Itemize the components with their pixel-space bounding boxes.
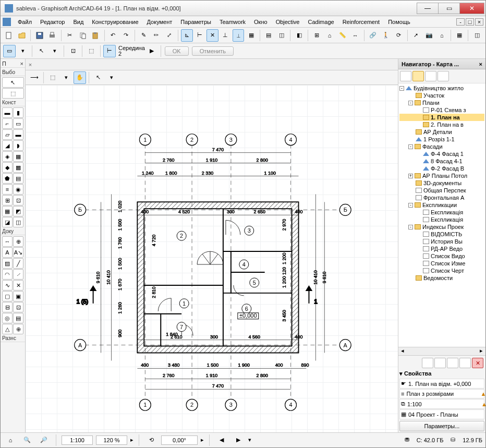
print-button[interactable] xyxy=(46,29,58,42)
grid-tool[interactable]: ⊕ xyxy=(13,324,23,334)
slab-tool[interactable]: ▱ xyxy=(2,129,13,140)
menu-objective[interactable]: Objective xyxy=(272,18,303,26)
maximize-button[interactable]: ▭ xyxy=(438,3,460,14)
anchor-icon[interactable]: ⊡ xyxy=(67,45,79,57)
vt-2[interactable]: ⬚ xyxy=(46,71,59,84)
zoom-all-icon[interactable]: ⌂ xyxy=(4,434,17,446)
paste-button[interactable] xyxy=(90,29,102,42)
change-tool[interactable]: △ xyxy=(2,324,13,334)
tree-item[interactable]: Ведомости xyxy=(399,274,484,282)
snap-mid-button[interactable]: ⊢ xyxy=(194,29,206,42)
menu-view[interactable]: Вид xyxy=(69,18,87,26)
text-tool[interactable]: A xyxy=(2,247,13,258)
level-tool[interactable]: ⊕ xyxy=(13,236,23,247)
arrow-icon[interactable]: ➚ xyxy=(410,29,422,42)
zoom-input[interactable] xyxy=(96,435,127,445)
palette-button[interactable]: ▦ xyxy=(454,29,466,42)
tree-item[interactable]: 8 Фасад 4-1 xyxy=(399,158,484,165)
view-button[interactable]: ◫ xyxy=(276,29,288,42)
extra-4[interactable]: ◩ xyxy=(13,206,23,216)
spline-tool[interactable]: ∿ xyxy=(2,280,13,290)
tree-item[interactable]: Ф-4 Фасад 1 xyxy=(399,150,484,158)
extra-button[interactable]: ◫ xyxy=(471,29,483,42)
morph-tool[interactable]: ◆ xyxy=(2,162,13,173)
3d-button[interactable]: ◧ xyxy=(293,29,305,42)
figure-tool[interactable]: ▢ xyxy=(2,291,13,301)
navigator-tree[interactable]: -Будівництво житло Участок-ПланиР-01 Схе… xyxy=(398,83,485,347)
label-tool[interactable]: A↘ xyxy=(13,247,23,258)
polyline-tool[interactable]: ⟋ xyxy=(13,269,23,280)
nav-tab-view[interactable] xyxy=(412,71,424,81)
tree-item[interactable]: Список Видо xyxy=(399,252,484,260)
menu-editor[interactable]: Редактор xyxy=(37,18,68,26)
menu-reinforce[interactable]: Reinforcement xyxy=(339,18,384,26)
prop-btn-3[interactable] xyxy=(447,358,458,368)
tree-item[interactable]: Список Изме xyxy=(399,260,484,267)
tree-root[interactable]: Будівництво житло xyxy=(414,85,464,91)
tree-item[interactable]: 1 Розріз 1-1 xyxy=(399,136,484,143)
mesh-tool[interactable]: ▩ xyxy=(13,162,23,173)
elevation-button[interactable]: ⌂ xyxy=(324,29,336,42)
section-button[interactable]: ⊞ xyxy=(311,29,323,42)
wand-icon[interactable]: ✎ xyxy=(138,29,150,42)
column-tool[interactable]: ▮ xyxy=(13,107,23,118)
tree-item[interactable]: Участок xyxy=(399,92,484,99)
shell-tool[interactable]: ◗ xyxy=(13,140,23,151)
marquee-tool[interactable]: ⬚ xyxy=(2,88,24,99)
beam-tool[interactable]: ▬ xyxy=(13,129,23,140)
vt-arrow[interactable]: ↖ xyxy=(92,71,104,84)
vt-1[interactable]: ⟶ xyxy=(28,71,41,84)
minimize-button[interactable]: — xyxy=(417,3,439,14)
wall-tool[interactable]: ▬ xyxy=(2,107,13,118)
tree-item[interactable]: Експликація xyxy=(399,209,484,216)
dim-tool[interactable]: ↔ xyxy=(2,236,13,247)
rotate-icon[interactable]: ⟲ xyxy=(145,434,157,446)
zone-tool[interactable]: ▤ xyxy=(13,173,23,184)
object-tool[interactable]: ⬟ xyxy=(2,173,13,184)
extra-6[interactable]: ◫ xyxy=(13,217,23,227)
pencil-icon[interactable]: ✏ xyxy=(151,29,163,42)
menu-document[interactable]: Документ xyxy=(143,18,176,26)
canvas[interactable]: 1 2 3 4 1 2 3 4 Б А Б А xyxy=(26,85,398,432)
extra-5[interactable]: ◪ xyxy=(2,217,13,227)
tree-item[interactable]: Р-01 Схема з xyxy=(399,106,484,114)
extra-2[interactable]: ⊡ xyxy=(13,195,23,205)
toolbox-close-icon[interactable]: × xyxy=(20,60,23,67)
door-tool[interactable]: ⌐ xyxy=(2,118,13,129)
line-tool[interactable]: ╱ xyxy=(13,258,23,269)
tree-item[interactable]: РД-АР Ведо xyxy=(399,245,484,252)
tree-item[interactable]: -Фасади xyxy=(399,143,484,150)
worksheet-tool[interactable]: ▤ xyxy=(13,313,23,323)
prop-btn-1[interactable] xyxy=(422,358,433,368)
nav-hscroll[interactable]: ◂▸ xyxy=(398,347,485,355)
mdi-min[interactable]: - xyxy=(456,18,465,26)
menu-construct[interactable]: Конструирование xyxy=(88,18,142,26)
tree-item[interactable]: Ф-2 Фасад В xyxy=(399,165,484,172)
roof-tool[interactable]: ◢ xyxy=(2,140,13,151)
nav-fwd-icon[interactable]: ▶ xyxy=(232,434,245,446)
tree-item[interactable]: Фронтальная А xyxy=(399,194,484,201)
geo-method-dd[interactable]: ▾ xyxy=(17,45,29,57)
save-button[interactable] xyxy=(33,29,45,42)
cut-button[interactable]: ✂ xyxy=(64,29,76,42)
layers-button[interactable]: ▤ xyxy=(263,29,275,42)
tree-item[interactable]: -Индексы Проек xyxy=(399,223,484,231)
arrow-dd[interactable]: ▾ xyxy=(48,45,61,57)
menu-window[interactable]: Окно xyxy=(250,18,271,26)
new-button[interactable] xyxy=(3,29,15,42)
snap-grid-button[interactable]: ▦ xyxy=(245,29,257,42)
sync-button[interactable]: ⟳ xyxy=(393,29,405,42)
params-button[interactable]: Параметры... xyxy=(399,421,484,431)
prop-btn-2[interactable] xyxy=(434,358,446,368)
open-button[interactable] xyxy=(16,29,28,42)
scale-input[interactable] xyxy=(62,435,93,445)
menu-params[interactable]: Параметры xyxy=(177,18,215,26)
prop-name-input[interactable] xyxy=(415,381,486,387)
tree-item[interactable]: Список Черт xyxy=(399,267,484,274)
link-button[interactable]: 🔗 xyxy=(367,29,379,42)
undo-button[interactable]: ↶ xyxy=(107,29,119,42)
tree-item[interactable]: 2. План на в xyxy=(399,121,484,128)
fill-tool[interactable]: ▨ xyxy=(2,258,13,269)
curtain-tool[interactable]: ▦ xyxy=(13,151,23,162)
arrow-tool[interactable]: ↖ xyxy=(2,77,24,88)
